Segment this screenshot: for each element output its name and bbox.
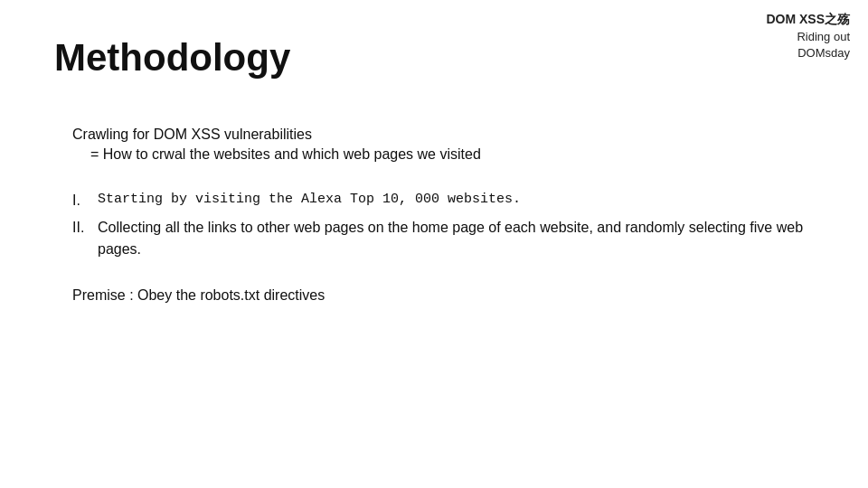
list-section: I. Starting by visiting the Alexa Top 10… (72, 190, 814, 260)
list-item: II. Collecting all the links to other we… (72, 217, 814, 260)
branding-block: DOM XSS之殇 Riding out DOMsday (766, 11, 850, 61)
content-area: Crawling for DOM XSS vulnerabilities = H… (72, 127, 814, 304)
list-roman-ii: II. (72, 217, 98, 260)
brand-subtitle-2: DOMsday (766, 45, 850, 61)
main-title: Methodology (54, 36, 290, 80)
slide: DOM XSS之殇 Riding out DOMsday Methodology… (0, 0, 868, 488)
crawling-heading: Crawling for DOM XSS vulnerabilities (72, 127, 814, 143)
premise-section: Premise : Obey the robots.txt directives (72, 287, 814, 304)
list-item: I. Starting by visiting the Alexa Top 10… (72, 190, 814, 211)
brand-title: DOM XSS之殇 (766, 11, 850, 29)
crawling-sub: = How to crwal the websites and which we… (90, 146, 814, 163)
brand-subtitle-1: Riding out (766, 29, 850, 45)
list-text-ii: Collecting all the links to other web pa… (98, 217, 814, 260)
list-text-i: Starting by visiting the Alexa Top 10, 0… (98, 190, 521, 211)
crawling-section: Crawling for DOM XSS vulnerabilities = H… (72, 127, 814, 163)
list-roman-i: I. (72, 190, 98, 211)
